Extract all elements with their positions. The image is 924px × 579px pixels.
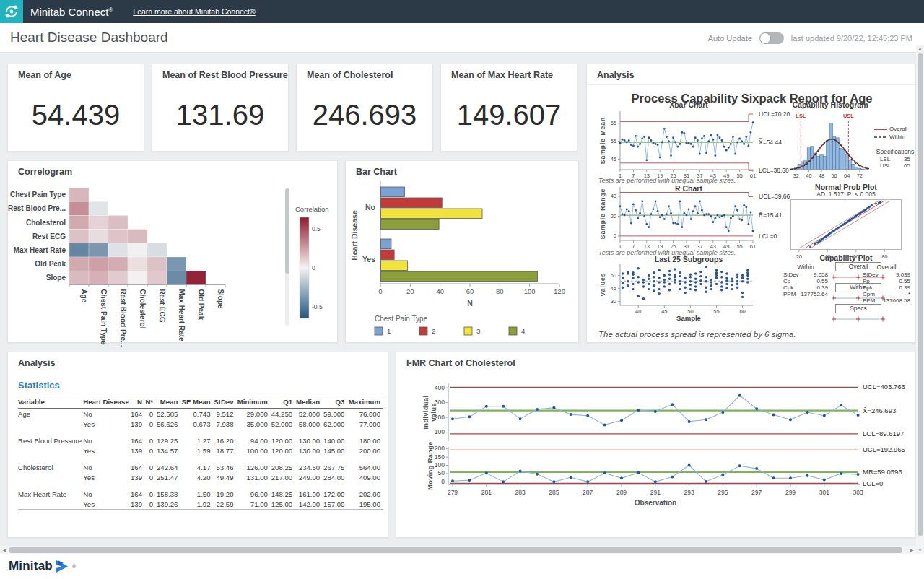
- stats-table-row: Yes139056.6260.6737.93835.00052.00058.00…: [18, 419, 383, 429]
- svg-text:1: 1: [387, 327, 391, 335]
- panel-title: Correlogram: [18, 167, 72, 177]
- svg-text:56: 56: [831, 173, 837, 179]
- bar: [381, 261, 408, 271]
- svg-text:Max Heart Rate: Max Heart Rate: [178, 289, 186, 341]
- scroll-down-arrow[interactable]: ▼: [916, 547, 924, 554]
- stats-col-header: N*: [145, 396, 156, 409]
- svg-text:3: 3: [476, 327, 480, 335]
- svg-text:2: 2: [432, 327, 435, 335]
- svg-text:297: 297: [751, 489, 762, 496]
- sync-arrows-icon: [4, 4, 19, 19]
- scroll-right-arrow[interactable]: ▶: [907, 546, 916, 554]
- capability-stat-row: Cp0.55: [783, 278, 828, 284]
- page-title: Heart Disease Dashboard: [10, 30, 168, 45]
- svg-text:LSL: LSL: [796, 113, 806, 119]
- capability-stat-row: StDev9.039: [863, 271, 910, 278]
- kpi-value: 149.607: [441, 99, 577, 131]
- bar: [381, 219, 440, 230]
- horizontal-scroll-thumb[interactable]: [9, 547, 902, 553]
- legend-within: Within: [889, 134, 905, 140]
- correlation-cell: [186, 271, 206, 284]
- correlation-cell: [128, 243, 147, 257]
- svg-text:Chest Pain Type: Chest Pain Type: [100, 289, 108, 344]
- svg-text:LCL=89.6197: LCL=89.6197: [863, 430, 904, 437]
- scroll-up-arrow[interactable]: ▲: [916, 45, 924, 53]
- svg-text:0: 0: [312, 264, 315, 271]
- auto-update-toggle[interactable]: [759, 32, 784, 44]
- svg-text:72: 72: [857, 173, 863, 179]
- svg-text:Sample Range: Sample Range: [599, 188, 606, 240]
- svg-text:Rest Blood Pre...: Rest Blood Pre...: [8, 204, 66, 212]
- stats-col-header: StDev: [214, 396, 237, 409]
- correlation-cell: [89, 271, 108, 284]
- capability-stat-row: PPM137068.58: [863, 297, 910, 304]
- spec-row: LSL35: [874, 156, 916, 162]
- svg-text:Chest Pain Type: Chest Pain Type: [10, 191, 66, 199]
- svg-text:61: 61: [750, 243, 756, 250]
- capability-stat-row: PPM137752.64: [783, 291, 828, 297]
- capability-stat-row: StDev9.058: [783, 271, 828, 278]
- sixpack-analysis-panel: Analysis Process Capability Sixpack Repo…: [586, 64, 916, 343]
- correlation-cell: [147, 257, 167, 271]
- svg-text:Individual: Individual: [422, 395, 430, 429]
- imr-chart-panel: I-MR Chart of Cholesterol 100200300400UC…: [396, 352, 916, 538]
- horizontal-scrollbar[interactable]: ◀ ▶: [0, 546, 916, 554]
- svg-text:40: 40: [611, 193, 616, 199]
- learn-more-link[interactable]: Learn more about Minitab Connect®: [133, 7, 255, 16]
- svg-text:30: 30: [611, 298, 616, 305]
- toggle-knob[interactable]: [760, 33, 770, 43]
- capability-stat-row: Cpk0.39: [783, 284, 828, 291]
- capability-stat-row: Cpm*: [863, 291, 910, 297]
- vertical-scroll-thumb[interactable]: [918, 53, 923, 536]
- svg-text:61: 61: [750, 173, 756, 179]
- minitab-footer-logo[interactable]: Minitab ®: [9, 559, 76, 573]
- kpi-title: Mean of Age: [18, 70, 71, 80]
- svg-text:64: 64: [844, 173, 850, 179]
- svg-text:Sample Mean: Sample Mean: [599, 117, 606, 164]
- svg-text:0: 0: [614, 232, 616, 239]
- footer-registered-mark: ®: [72, 564, 76, 569]
- correlation-cell: [89, 230, 108, 243]
- svg-text:Old Peak: Old Peak: [197, 289, 205, 320]
- capability-plot-title: Capability Plot: [790, 253, 902, 262]
- correlation-cell: [69, 271, 89, 284]
- correlation-cell: [89, 243, 108, 257]
- correlation-cell: [147, 271, 167, 284]
- svg-text:120: 120: [554, 287, 565, 295]
- svg-text:-0.5: -0.5: [312, 303, 323, 310]
- svg-text:20: 20: [406, 287, 414, 295]
- scroll-left-arrow[interactable]: ◀: [0, 546, 9, 554]
- svg-text:55: 55: [736, 173, 742, 179]
- minitab-connect-logo[interactable]: [0, 0, 23, 23]
- svg-text:100: 100: [435, 428, 445, 435]
- svg-text:Moving Range: Moving Range: [427, 441, 434, 490]
- svg-text:303: 303: [853, 489, 863, 496]
- svg-text:295: 295: [718, 489, 728, 496]
- kpi-value: 131.69: [152, 99, 288, 131]
- statistics-table: VariableHeart DiseaseNN*MeanSE MeanStDev…: [18, 396, 383, 510]
- stats-table-row: Yes1390139.261.9222.5971.00125.00142.001…: [18, 499, 383, 510]
- last25-x-label: Sample: [598, 314, 779, 322]
- statistics-heading[interactable]: Statistics: [18, 380, 60, 391]
- svg-text:100: 100: [524, 287, 536, 295]
- correlation-cell: [69, 243, 89, 257]
- svg-text:291: 291: [650, 489, 661, 496]
- correlation-cell: [69, 215, 89, 229]
- correlation-cell: [89, 215, 108, 229]
- vertical-scrollbar[interactable]: ▲ ▼: [916, 45, 924, 554]
- spec-row: USL65: [874, 162, 916, 169]
- histogram-legend: Overall Within Specifications LSL35USL65: [874, 125, 916, 169]
- correlation-cell: [147, 243, 167, 257]
- correlation-cell: [128, 230, 147, 243]
- page-header: Heart Disease Dashboard Auto Update last…: [0, 23, 924, 53]
- imr-chart: 100200300400UCL=403.766X̄=246.693LCL=89.…: [396, 373, 917, 537]
- svg-text:150: 150: [435, 453, 445, 461]
- svg-text:285: 285: [549, 489, 559, 496]
- auto-update-label: Auto Update: [708, 34, 752, 43]
- correlation-cell: [69, 201, 89, 215]
- bar: [381, 209, 483, 219]
- svg-text:293: 293: [684, 489, 694, 496]
- top-app-bar: Minitab Connect® Learn more about Minita…: [0, 0, 924, 23]
- svg-text:Cholesterol: Cholesterol: [139, 289, 147, 328]
- legend-overall: Overall: [889, 126, 907, 132]
